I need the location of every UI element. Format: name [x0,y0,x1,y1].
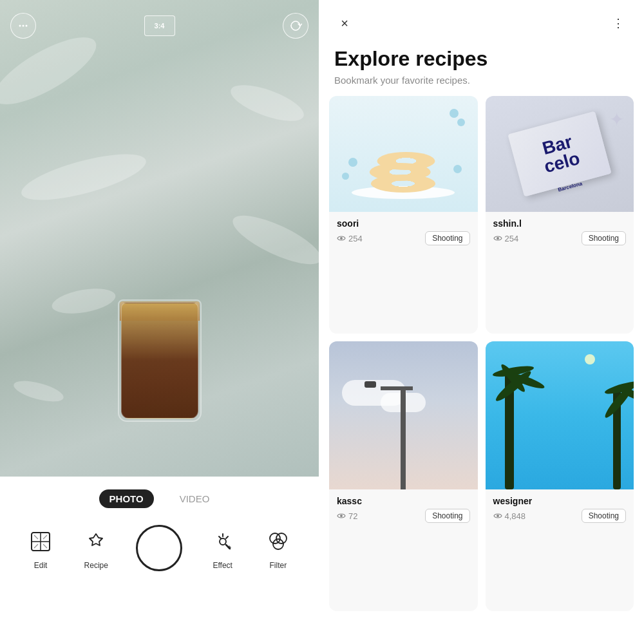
panel-title-area: Explore recipes Bookmark your favorite r… [319,33,644,96]
panel-subtitle: Bookmark your favorite recipes. [334,75,629,86]
svg-line-6 [219,536,221,538]
shutter-button[interactable] [136,525,182,571]
views-donuts: 254 [337,234,363,243]
recipe-card-sky[interactable]: kassc 72 Shooting [329,341,478,611]
menu-button[interactable]: ⋮ [608,13,629,33]
author-sshin: sshin.l [493,218,627,229]
recipe-card-donuts[interactable]: soori 254 Shooting [329,96,478,334]
panel-header: × ⋮ [319,0,644,33]
tag-sky: Shooting [425,509,469,523]
svg-point-2 [26,25,28,27]
recipe-card-barcelona[interactable]: Barcelo Barcelona ✦ sshin.l 254 [486,96,634,334]
toolbar: Edit Recipe [0,518,319,584]
edit-tool[interactable]: Edit [25,526,56,570]
left-panel: 3:4 PHOTO VIDEO [0,0,319,644]
shadow-decoration [227,78,308,129]
effect-tool[interactable]: Effect [207,526,238,570]
tag-palms: Shooting [582,509,626,523]
shadow-decoration [50,285,118,318]
close-button[interactable]: × [334,13,355,33]
svg-point-10 [276,533,287,544]
svg-point-15 [497,515,499,517]
svg-point-1 [23,25,24,27]
svg-line-5 [226,536,228,538]
tab-video[interactable]: VIDEO [169,489,220,508]
recipe-meta-barcelona: 254 Shooting [493,231,627,245]
recipe-meta-donuts: 254 Shooting [337,231,470,245]
svg-point-0 [19,25,21,27]
svg-point-12 [340,237,343,240]
shadow-decoration [227,206,319,273]
shadow-decoration [17,145,150,209]
author-wesigner: wesigner [493,496,627,506]
filter-icon [263,526,294,557]
ratio-button[interactable]: 3:4 [144,15,175,36]
tab-photo[interactable]: PHOTO [99,489,154,508]
tag-barcelona: Shooting [582,231,626,245]
shutter-tool[interactable] [136,525,182,571]
panel-title: Explore recipes [334,46,629,71]
palms-image [486,341,634,489]
mode-tabs: PHOTO VIDEO [99,477,220,508]
author-soori: soori [337,218,470,229]
camera-viewfinder: 3:4 [0,0,319,477]
streetlamp [401,386,406,489]
recipe-info-barcelona: sshin.l 254 Shooting [486,212,634,253]
flip-button[interactable] [283,13,308,39]
recipe-tool[interactable]: Recipe [80,526,111,570]
filter-tool[interactable]: Filter [263,526,294,570]
recipe-meta-sky: 72 Shooting [337,509,470,523]
recipe-grid: soori 254 Shooting B [319,96,644,611]
donuts-image [329,96,478,212]
camera-controls: PHOTO VIDEO Edit [0,477,319,644]
views-palms: 4,848 [493,511,526,521]
recipe-info-palms: wesigner 4,848 Shooting [486,489,634,531]
svg-point-13 [497,237,499,240]
recipe-label: Recipe [84,561,108,570]
views-sky: 72 [337,511,357,521]
coffee-image [115,296,205,425]
edit-icon [25,526,56,557]
camera-top-bar: 3:4 [0,0,319,52]
barcelona-image: Barcelo Barcelona ✦ [486,96,634,212]
effect-icon [207,526,238,557]
options-button[interactable] [10,13,36,39]
svg-point-11 [273,539,283,549]
recipe-icon [80,526,111,557]
recipe-card-palms[interactable]: wesigner 4,848 Shooting [486,341,634,611]
tag-donuts: Shooting [425,231,469,245]
effect-label: Effect [213,561,232,570]
shadow-decoration [12,377,66,406]
author-kassc: kassc [337,496,470,506]
svg-point-14 [340,515,343,517]
sky-image [329,341,478,489]
filter-label: Filter [270,561,287,570]
recipe-meta-palms: 4,848 Shooting [493,509,627,523]
views-barcelona: 254 [493,234,519,243]
recipe-info-sky: kassc 72 Shooting [329,489,478,531]
right-panel: × ⋮ Explore recipes Bookmark your favori… [319,0,644,644]
edit-label: Edit [34,561,48,570]
recipe-info-donuts: soori 254 Shooting [329,212,478,253]
svg-point-7 [220,538,226,545]
